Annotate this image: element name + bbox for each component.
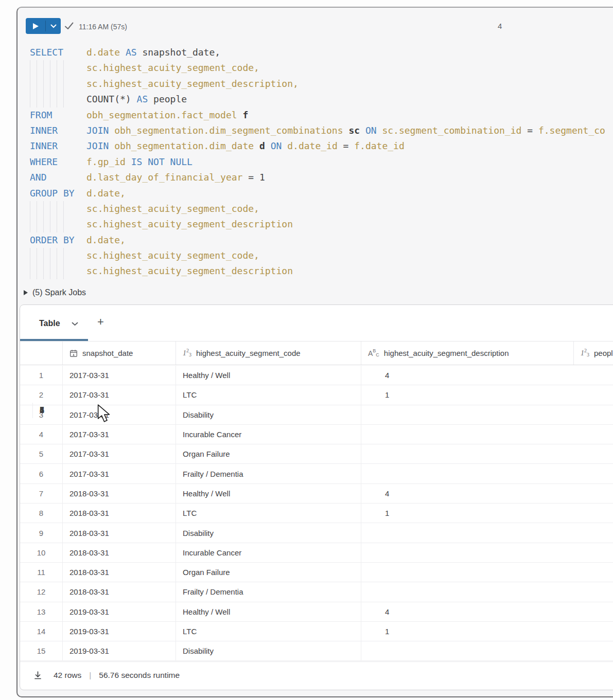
- code-line[interactable]: WHEREf.gp_id IS NOT NULL: [30, 154, 605, 170]
- table-row[interactable]: 32017-03-315Disability: [20, 405, 613, 425]
- cell-people[interactable]: [361, 405, 573, 424]
- code-line[interactable]: GROUP BYd.date,: [30, 186, 605, 201]
- row-number[interactable]: 8: [20, 504, 62, 523]
- cell-segment-description[interactable]: Healthy / Well: [176, 484, 361, 503]
- table-row[interactable]: 72018-03-311Healthy / Well4: [20, 484, 613, 504]
- cell-snapshot-date[interactable]: 2019-03-31: [62, 622, 176, 641]
- table-row[interactable]: 62017-03-318Frailty / Dementia: [20, 464, 613, 483]
- header-people[interactable]: 123 people: [573, 342, 613, 365]
- row-number[interactable]: 7: [20, 484, 62, 503]
- row-number[interactable]: 9: [20, 523, 62, 542]
- row-number[interactable]: 12: [20, 582, 62, 601]
- cell-people[interactable]: [361, 641, 573, 660]
- row-number[interactable]: 6: [20, 464, 62, 483]
- row-number[interactable]: 13: [20, 602, 62, 621]
- cell-people[interactable]: 4: [361, 366, 573, 385]
- cell-snapshot-date[interactable]: 2017-03-31: [62, 405, 176, 424]
- cell-segment-description[interactable]: Frailty / Dementia: [176, 464, 361, 483]
- cell-snapshot-date[interactable]: 2018-03-31: [62, 582, 176, 601]
- sql-code[interactable]: SELECTd.date AS snapshot_date, sc.highes…: [30, 45, 605, 279]
- code-line[interactable]: COUNT(*) AS people: [30, 92, 605, 107]
- header-snapshot-date[interactable]: snapshot_date: [62, 342, 176, 365]
- cell-segment-description[interactable]: Healthy / Well: [176, 366, 361, 385]
- cell-segment-description[interactable]: Disability: [176, 405, 361, 424]
- cell-people[interactable]: [361, 464, 573, 483]
- cell-people[interactable]: 1: [361, 504, 573, 523]
- code-line[interactable]: sc.highest_acuity_segment_description: [30, 263, 605, 279]
- table-row[interactable]: 152019-03-315Disability: [20, 641, 613, 661]
- code-line[interactable]: sc.highest_acuity_segment_code,: [30, 248, 605, 263]
- cell-people[interactable]: [361, 444, 573, 463]
- row-number[interactable]: 5: [20, 444, 62, 463]
- cell-segment-description[interactable]: LTC: [176, 622, 361, 641]
- cell-snapshot-date[interactable]: 2017-03-31: [62, 366, 176, 385]
- cell-people[interactable]: [361, 523, 573, 542]
- spark-jobs-toggle[interactable]: (5) Spark Jobs: [24, 288, 86, 297]
- row-number[interactable]: 1: [20, 366, 62, 385]
- table-row[interactable]: 12017-03-311Healthy / Well4: [20, 366, 613, 385]
- cell-people[interactable]: [361, 425, 573, 444]
- cell-segment-description[interactable]: Organ Failure: [176, 563, 361, 582]
- cell-segment-description[interactable]: Disability: [176, 523, 361, 542]
- table-row[interactable]: 22017-03-314LTC1: [20, 385, 613, 405]
- cell-snapshot-date[interactable]: 2019-03-31: [62, 641, 176, 660]
- cell-segment-description[interactable]: LTC: [176, 385, 361, 404]
- code-line[interactable]: SELECTd.date AS snapshot_date,: [30, 45, 605, 60]
- table-row[interactable]: 52017-03-317Organ Failure: [20, 444, 613, 464]
- cell-snapshot-date[interactable]: 2018-03-31: [62, 504, 176, 523]
- cell-snapshot-date[interactable]: 2018-03-31: [62, 484, 176, 503]
- download-icon[interactable]: [33, 671, 43, 680]
- table-row[interactable]: 122018-03-318Frailty / Dementia: [20, 582, 613, 602]
- table-row[interactable]: 102018-03-316Incurable Cancer: [20, 543, 613, 563]
- cell-segment-description[interactable]: Frailty / Dementia: [176, 582, 361, 601]
- cell-people[interactable]: 1: [361, 385, 573, 404]
- code-line[interactable]: FROMobh_segmentation.fact_model f: [30, 107, 605, 123]
- cell-segment-description[interactable]: LTC: [176, 504, 361, 523]
- cell-people[interactable]: [361, 543, 573, 562]
- cell-snapshot-date[interactable]: 2017-03-31: [62, 444, 176, 463]
- cell-people[interactable]: 1: [361, 622, 573, 641]
- cell-people[interactable]: 4: [361, 484, 573, 503]
- header-segment-code[interactable]: 123 highest_acuity_segment_code: [176, 342, 361, 365]
- table-row[interactable]: 42017-03-316Incurable Cancer: [20, 425, 613, 444]
- cell-snapshot-date[interactable]: 2018-03-31: [62, 563, 176, 582]
- code-line[interactable]: sc.highest_acuity_segment_code,: [30, 60, 605, 76]
- code-line[interactable]: ORDER BYd.date,: [30, 232, 605, 248]
- row-number[interactable]: 11: [20, 563, 62, 582]
- header-row-number[interactable]: [20, 342, 62, 365]
- code-line[interactable]: sc.highest_acuity_segment_code,: [30, 201, 605, 217]
- notebook-cell[interactable]: 11:16 AM (57s) 4 SELECTd.date AS snapsho…: [16, 7, 613, 697]
- row-number[interactable]: 4: [20, 425, 62, 444]
- cell-snapshot-date[interactable]: 2018-03-31: [62, 523, 176, 542]
- cell-people[interactable]: [361, 563, 573, 582]
- chevron-down-icon[interactable]: [72, 322, 78, 326]
- cell-people[interactable]: 4: [361, 602, 573, 621]
- header-segment-description[interactable]: ABC highest_acuity_segment_description: [361, 342, 573, 365]
- cell-snapshot-date[interactable]: 2019-03-31: [62, 602, 176, 621]
- table-row[interactable]: 92018-03-315Disability: [20, 523, 613, 543]
- cell-segment-description[interactable]: Incurable Cancer: [176, 425, 361, 444]
- table-row[interactable]: 112018-03-317Organ Failure: [20, 563, 613, 582]
- code-line[interactable]: INNERJOIN obh_segmentation.dim_segment_c…: [30, 123, 605, 138]
- cell-segment-code[interactable]: 5: [32, 403, 51, 418]
- cell-segment-description[interactable]: Disability: [176, 641, 361, 660]
- cell-snapshot-date[interactable]: 2017-03-31: [62, 464, 176, 483]
- row-number[interactable]: 2: [20, 385, 62, 404]
- cell-snapshot-date[interactable]: 2017-03-31: [62, 385, 176, 404]
- table-row[interactable]: 82018-03-314LTC1: [20, 504, 613, 523]
- table-row[interactable]: 132019-03-311Healthy / Well4: [20, 602, 613, 622]
- tab-table[interactable]: Table: [39, 319, 60, 328]
- code-line[interactable]: sc.highest_acuity_segment_description: [30, 217, 605, 232]
- table-row[interactable]: 142019-03-314LTC1: [20, 622, 613, 641]
- cell-segment-description[interactable]: Organ Failure: [176, 444, 361, 463]
- code-line[interactable]: INNERJOIN obh_segmentation.dim_date d ON…: [30, 138, 605, 154]
- cell-people[interactable]: [361, 582, 573, 601]
- chevron-down-icon[interactable]: [46, 24, 61, 28]
- row-number[interactable]: 10: [20, 543, 62, 562]
- add-visualization-button[interactable]: +: [97, 315, 104, 329]
- cell-segment-description[interactable]: Incurable Cancer: [176, 543, 361, 562]
- cell-snapshot-date[interactable]: 2017-03-31: [62, 425, 176, 444]
- row-number[interactable]: 14: [20, 622, 62, 641]
- play-icon[interactable]: [26, 23, 45, 29]
- code-line[interactable]: ANDd.last_day_of_financial_year = 1: [30, 170, 605, 185]
